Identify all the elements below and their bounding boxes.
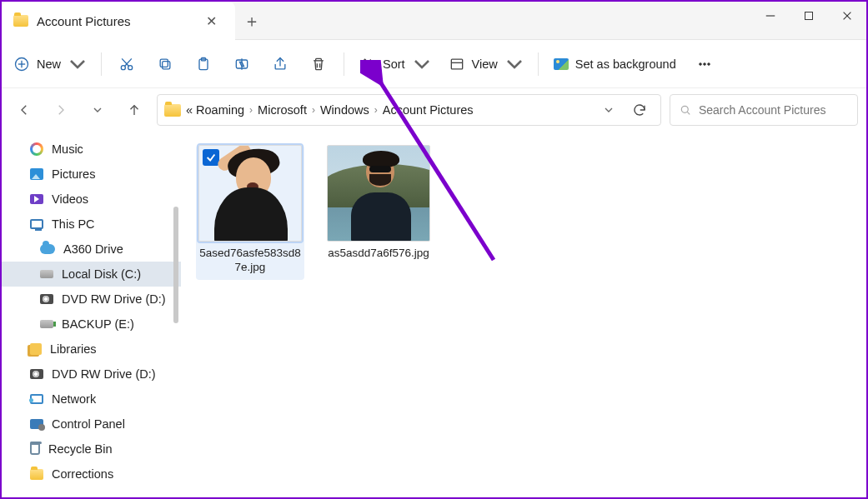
sidebar-item[interactable]: DVD RW Drive (D:)	[2, 362, 181, 387]
view-label: View	[472, 57, 498, 71]
sidebar-item-label: A360 Drive	[63, 242, 123, 256]
new-tab-button[interactable]: ＋	[235, 2, 268, 40]
sidebar-item-label: Recycle Bin	[48, 442, 113, 456]
history-dropdown[interactable]	[83, 96, 112, 124]
up-button[interactable]	[120, 96, 148, 124]
tab-close-button[interactable]: ✕	[201, 12, 222, 31]
svg-rect-1	[805, 12, 813, 20]
new-label: New	[37, 57, 61, 71]
minimize-button[interactable]	[751, 2, 790, 30]
folder-icon	[13, 15, 28, 27]
pc-icon	[30, 219, 43, 229]
sidebar-item-label: Pictures	[52, 167, 95, 181]
sidebar-item[interactable]: Corrections	[2, 462, 181, 487]
chevron-right-icon: ›	[248, 104, 254, 116]
set-bg-label: Set as background	[575, 57, 676, 71]
sort-button[interactable]: Sort	[351, 47, 439, 81]
file-item[interactable]: 5ased76asfe583sd87e.jpg	[196, 145, 304, 280]
breadcrumb-item[interactable]: Roaming	[196, 103, 244, 117]
share-button[interactable]	[262, 47, 299, 81]
address-bar[interactable]: « Roaming › Microsoft › Windows › Accoun…	[157, 94, 661, 126]
ellipsis-icon	[696, 56, 713, 72]
sidebar-item[interactable]: A360 Drive	[2, 237, 181, 262]
sidebar-item[interactable]: Local Disk (C:)	[2, 262, 181, 287]
svg-rect-11	[163, 61, 170, 68]
delete-button[interactable]	[300, 47, 337, 81]
sidebar-item-label: BACKUP (E:)	[62, 317, 134, 331]
copy-icon	[157, 56, 173, 72]
sidebar-item[interactable]: Network	[2, 387, 181, 412]
sidebar-item-label: Network	[52, 392, 96, 406]
copy-button[interactable]	[147, 47, 183, 81]
dvd-icon	[40, 294, 53, 304]
sidebar-item[interactable]: Music	[2, 137, 181, 162]
chevron-right-icon: ›	[310, 104, 317, 116]
breadcrumb-item[interactable]: Microsoft	[258, 103, 307, 117]
separator	[538, 52, 539, 76]
sidebar-item[interactable]: Pictures	[2, 162, 181, 187]
view-button[interactable]: View	[440, 47, 531, 81]
rename-button[interactable]	[223, 47, 260, 81]
thumbnail	[327, 145, 430, 242]
scrollbar-thumb[interactable]	[173, 207, 178, 323]
sidebar-item-label: Libraries	[50, 342, 97, 356]
tab-active[interactable]: Account Pictures ✕	[2, 2, 235, 40]
breadcrumb-ellipsis[interactable]: «	[186, 103, 193, 117]
sidebar-item-label: Corrections	[52, 467, 113, 481]
cut-button[interactable]	[108, 47, 145, 81]
toolbar: New Sort View Set as background	[2, 40, 866, 88]
more-button[interactable]	[686, 47, 723, 81]
maximize-button[interactable]	[790, 2, 828, 30]
sidebar: MusicPicturesVideosThis PCA360 DriveLoca…	[2, 132, 181, 497]
breadcrumb-item[interactable]: Account Pictures	[383, 103, 474, 117]
thumbnail	[198, 145, 302, 242]
view-icon	[449, 56, 465, 72]
sidebar-item[interactable]: BACKUP (E:)	[2, 312, 181, 337]
set-background-button[interactable]: Set as background	[545, 47, 685, 81]
sidebar-item-label: Control Panel	[52, 417, 125, 431]
forward-button[interactable]	[47, 96, 75, 124]
share-icon	[272, 56, 288, 72]
paste-button[interactable]	[185, 47, 222, 81]
breadcrumb: « Roaming › Microsoft › Windows › Accoun…	[186, 103, 474, 117]
folder-icon	[164, 104, 181, 117]
clipboard-icon	[195, 56, 212, 72]
close-button[interactable]	[828, 2, 866, 30]
address-dropdown[interactable]	[597, 106, 620, 114]
sidebar-item[interactable]: DVD RW Drive (D:)	[2, 287, 181, 312]
trash-icon	[310, 56, 327, 72]
sidebar-item[interactable]: Recycle Bin	[2, 437, 181, 462]
sidebar-item[interactable]: Videos	[2, 187, 181, 212]
chevron-right-icon: ›	[373, 104, 379, 116]
disk-icon	[40, 270, 53, 278]
search-box[interactable]	[670, 94, 858, 126]
sidebar-item[interactable]: This PC	[2, 212, 181, 237]
back-button[interactable]	[10, 96, 38, 124]
dvd-icon	[30, 369, 43, 379]
search-input[interactable]	[699, 103, 849, 117]
sidebar-item[interactable]: Control Panel	[2, 412, 181, 437]
chevron-down-icon	[506, 56, 523, 72]
content-area[interactable]: 5ased76asfe583sd87e.jpg as5asdd7a6f576.j…	[181, 132, 866, 497]
folder-icon	[30, 469, 43, 480]
breadcrumb-item[interactable]: Windows	[320, 103, 369, 117]
svg-point-25	[681, 106, 688, 112]
file-grid: 5ased76asfe583sd87e.jpg as5asdd7a6f576.j…	[196, 145, 851, 280]
sidebar-item-label: DVD RW Drive (D:)	[62, 292, 166, 306]
file-item[interactable]: as5asdd7a6f576.jpg	[324, 145, 433, 261]
sidebar-item-label: Music	[52, 142, 83, 156]
sidebar-item[interactable]: Libraries	[2, 337, 181, 362]
cpl-icon	[30, 419, 43, 429]
sort-label: Sort	[383, 57, 405, 71]
refresh-button[interactable]	[625, 102, 654, 117]
scissors-icon	[118, 56, 135, 72]
body: MusicPicturesVideosThis PCA360 DriveLoca…	[2, 132, 866, 497]
svg-line-26	[687, 112, 690, 114]
net-icon	[30, 394, 43, 404]
pic-icon	[30, 168, 43, 180]
new-button[interactable]: New	[7, 47, 94, 81]
vid-icon	[30, 194, 43, 204]
separator	[101, 52, 102, 76]
disk-usb-icon	[40, 320, 53, 328]
background-icon	[554, 58, 569, 70]
